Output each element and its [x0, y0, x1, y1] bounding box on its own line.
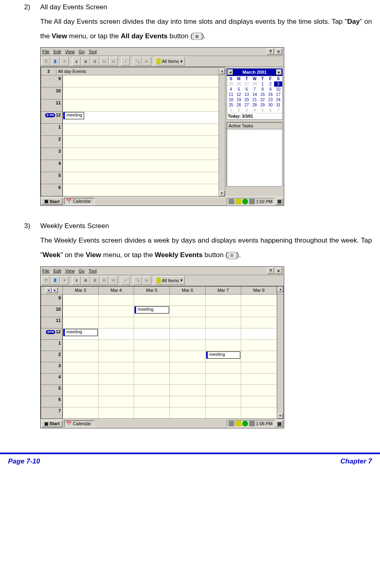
menu-go[interactable]: Go	[78, 49, 85, 54]
taskbar-app[interactable]: 📅 Calendar	[64, 198, 95, 205]
minical-day[interactable]: 29	[259, 102, 266, 108]
minical-day[interactable]: 24	[274, 97, 282, 102]
tray-icon[interactable]	[249, 199, 255, 204]
time-slot[interactable]	[134, 351, 170, 362]
minical-day[interactable]: 26	[235, 81, 242, 87]
time-slot[interactable]	[63, 172, 219, 184]
minical-day[interactable]: 7	[274, 108, 282, 113]
time-slot[interactable]	[99, 374, 134, 384]
time-slot[interactable]	[134, 328, 170, 339]
minical-day[interactable]: 5	[259, 108, 266, 113]
week-day-header[interactable]: Mar 7	[206, 287, 242, 294]
time-slot[interactable]	[206, 295, 242, 305]
minical-day[interactable]: 27	[243, 81, 250, 87]
menu-tool[interactable]: Tool	[89, 49, 97, 54]
menu-edit[interactable]: Edit	[54, 268, 61, 273]
time-slot[interactable]: meeting	[206, 351, 242, 362]
menu-go[interactable]: Go	[78, 268, 85, 273]
time-slot[interactable]: meeting	[63, 328, 99, 339]
time-slot[interactable]	[134, 340, 170, 351]
time-slot[interactable]	[63, 184, 219, 196]
time-slot[interactable]	[134, 362, 170, 373]
minical-day[interactable]: 8	[259, 87, 266, 92]
minical-day[interactable]: 11	[227, 92, 235, 97]
event[interactable]: meeting	[63, 329, 98, 336]
time-slot[interactable]	[134, 385, 170, 396]
time-slot[interactable]: meeting	[134, 306, 170, 317]
month-view-icon[interactable]: 31	[100, 276, 109, 285]
minical-day[interactable]: 10	[274, 87, 282, 92]
week-day-header[interactable]: Mar 6	[170, 287, 206, 294]
time-slot[interactable]	[241, 328, 277, 339]
minical-day[interactable]: 13	[243, 92, 250, 97]
show-desktop-icon[interactable]: ▨	[276, 198, 283, 205]
tray-icon[interactable]	[235, 421, 241, 426]
minical-day[interactable]: 23	[266, 97, 274, 102]
minical-day[interactable]: 19	[235, 97, 242, 102]
tool-icon[interactable]: 👤	[51, 276, 60, 285]
minical-day[interactable]: 12	[235, 92, 242, 97]
time-slot[interactable]	[99, 328, 134, 339]
time-slot[interactable]	[134, 396, 170, 407]
time-slot[interactable]	[63, 87, 219, 100]
week-day-header[interactable]: Mar 3	[63, 287, 99, 294]
day-view-icon[interactable]: ▮	[72, 57, 81, 66]
menu-tool[interactable]: Tool	[89, 268, 97, 273]
day-view-icon[interactable]: ▮	[72, 276, 81, 285]
minical-day[interactable]: 22	[259, 97, 266, 102]
time-slot[interactable]	[241, 351, 277, 362]
time-slot[interactable]	[206, 340, 242, 351]
time-slot[interactable]	[170, 374, 206, 384]
time-slot[interactable]	[134, 295, 170, 305]
minical-day[interactable]: 16	[266, 92, 274, 97]
time-slot[interactable]	[206, 362, 242, 373]
minical-day[interactable]: 17	[274, 92, 282, 97]
tray-icon[interactable]	[229, 199, 234, 204]
minical-day[interactable]: 18	[227, 97, 235, 102]
time-slot[interactable]	[170, 407, 206, 418]
time-slot[interactable]	[63, 396, 99, 407]
time-slot[interactable]	[63, 306, 99, 317]
minical-day[interactable]: 28	[250, 81, 258, 87]
minical-day[interactable]: 4	[227, 87, 235, 92]
time-slot[interactable]	[63, 136, 219, 148]
time-slot[interactable]	[241, 396, 277, 407]
year-view-icon[interactable]: 12	[109, 57, 118, 66]
minical-day[interactable]: 27	[243, 102, 250, 108]
allday-view-icon[interactable]: ▦	[81, 57, 90, 66]
time-slot[interactable]	[63, 351, 99, 362]
time-slot[interactable]	[63, 374, 99, 384]
minical-day[interactable]: 2	[235, 108, 242, 113]
week-view-icon[interactable]: ▥	[91, 57, 99, 66]
minical-day[interactable]: 20	[243, 97, 250, 102]
minical-day[interactable]: 3	[243, 108, 250, 113]
event[interactable]: meeting	[63, 112, 84, 119]
time-slot[interactable]	[134, 407, 170, 418]
time-slot[interactable]	[241, 385, 277, 396]
prev-month-icon[interactable]: ◂	[227, 69, 233, 75]
minical-day[interactable]: 25	[227, 81, 235, 87]
start-button[interactable]: ▣Start	[41, 198, 62, 205]
time-slot[interactable]	[170, 340, 206, 351]
time-slot[interactable]	[63, 362, 99, 373]
menu-view[interactable]: View	[65, 268, 75, 273]
time-slot[interactable]	[206, 306, 242, 317]
close-button[interactable]: ×	[275, 48, 282, 55]
time-slot[interactable]	[134, 374, 170, 384]
time-slot[interactable]	[170, 295, 206, 305]
time-slot[interactable]	[99, 340, 134, 351]
minical-day[interactable]: 6	[266, 108, 274, 113]
tool-icon[interactable]: ☰	[41, 57, 50, 66]
minical-day[interactable]: 28	[250, 102, 258, 108]
time-slot[interactable]	[206, 374, 242, 384]
tool-icon[interactable]: 👤	[51, 57, 60, 66]
time-slot[interactable]	[99, 362, 134, 373]
scroll-up-icon[interactable]: ▴	[219, 69, 225, 74]
time-slot[interactable]	[206, 328, 242, 339]
time-slot[interactable]	[63, 385, 99, 396]
tool-icon[interactable]: ✕	[60, 57, 69, 66]
minical-day[interactable]: 1	[227, 108, 235, 113]
time-slot[interactable]	[170, 351, 206, 362]
event[interactable]: meeting	[206, 351, 241, 359]
minical-day[interactable]: 3	[274, 81, 282, 87]
